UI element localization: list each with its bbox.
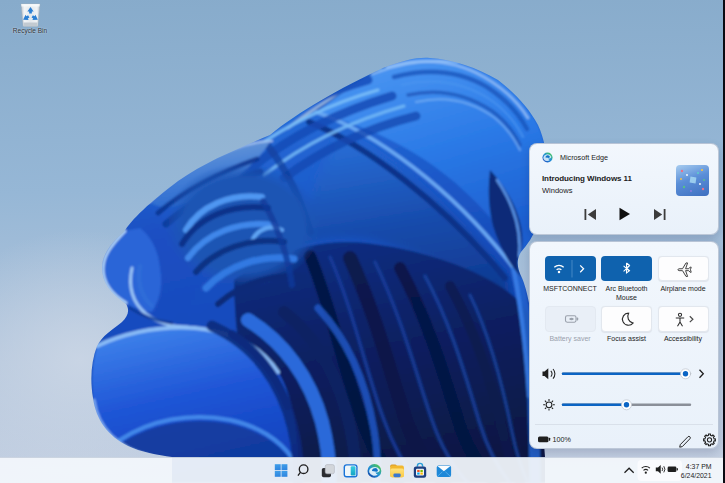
svg-text:100%: 100% <box>553 435 572 444</box>
svg-text:4:37 PM: 4:37 PM <box>686 462 712 469</box>
svg-text:6/24/2021: 6/24/2021 <box>681 471 712 478</box>
